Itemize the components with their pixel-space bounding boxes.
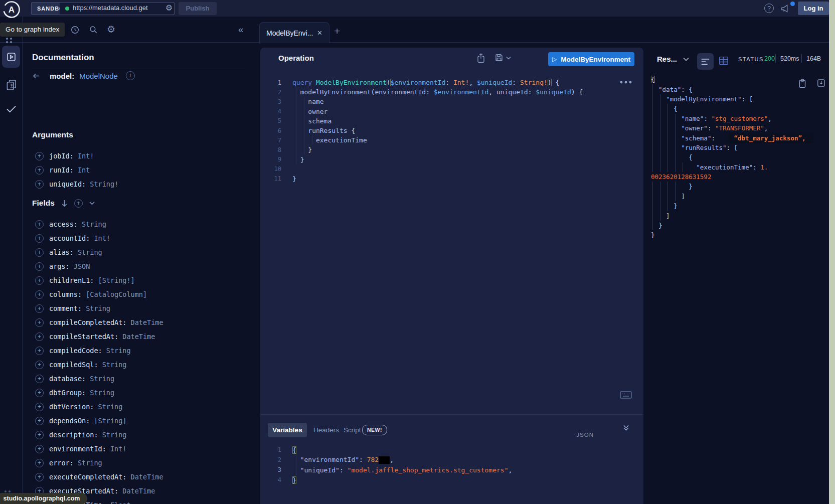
settings-gear-icon[interactable]: ⚙ bbox=[107, 25, 115, 34]
field-name[interactable]: description: bbox=[49, 431, 98, 439]
add-field-button[interactable]: + bbox=[35, 347, 44, 355]
add-field-button[interactable]: + bbox=[35, 445, 44, 453]
field-type[interactable]: [String!] bbox=[94, 276, 134, 284]
operation-editor[interactable]: 1query ModelByEnvironment($environmentId… bbox=[260, 70, 643, 414]
add-field-button[interactable]: + bbox=[35, 417, 44, 425]
field-type[interactable]: String bbox=[98, 361, 127, 369]
field-name[interactable]: jobId: bbox=[49, 152, 74, 160]
field-name[interactable]: error: bbox=[49, 459, 74, 467]
field-name[interactable]: dependsOn: bbox=[49, 417, 90, 425]
back-arrow-icon[interactable] bbox=[32, 72, 41, 80]
add-field-button[interactable]: + bbox=[35, 431, 44, 439]
explorer-nav-button[interactable] bbox=[2, 46, 20, 68]
field-type[interactable]: String bbox=[78, 220, 106, 228]
keyboard-shortcuts-icon[interactable] bbox=[620, 391, 632, 399]
field-type[interactable]: Int! bbox=[74, 152, 94, 160]
field-name[interactable]: args: bbox=[49, 262, 70, 270]
field-type[interactable]: String bbox=[102, 347, 131, 355]
field-name[interactable]: database: bbox=[49, 375, 86, 383]
field-name[interactable]: compileStartedAt: bbox=[49, 332, 118, 341]
format-view-button[interactable] bbox=[697, 53, 714, 70]
response-viewer[interactable]: { "data": { "modelByEnvironment": [ { "n… bbox=[647, 75, 829, 240]
field-type[interactable]: String bbox=[74, 459, 102, 467]
field-name[interactable]: runId: bbox=[49, 166, 74, 174]
search-icon[interactable] bbox=[89, 25, 98, 34]
collapse-panel-icon[interactable]: « bbox=[238, 24, 244, 35]
add-field-button[interactable]: + bbox=[35, 318, 44, 327]
field-name[interactable]: access: bbox=[49, 220, 78, 228]
collapse-variables-icon[interactable] bbox=[622, 424, 630, 431]
apollo-logo[interactable]: A bbox=[3, 1, 21, 19]
save-menu-chevron-icon[interactable] bbox=[506, 56, 511, 60]
publish-button[interactable]: Publish bbox=[179, 2, 217, 15]
save-operation-icon[interactable] bbox=[494, 53, 504, 62]
variables-editor[interactable]: 1{2 "environmentId": 782,3 "uniqueId": "… bbox=[260, 445, 643, 504]
add-field-button[interactable]: + bbox=[35, 152, 44, 160]
editor-options-icon[interactable] bbox=[620, 81, 632, 84]
add-field-button[interactable]: + bbox=[35, 304, 44, 313]
endpoint-url-field[interactable]: https://metadata.cloud.get ⚙ bbox=[60, 2, 175, 15]
add-field-button[interactable]: + bbox=[35, 262, 44, 271]
tab-headers[interactable]: Headers bbox=[313, 423, 339, 437]
run-operation-button[interactable]: ▷ ModelByEnvironment bbox=[548, 52, 634, 66]
field-name[interactable]: comment: bbox=[49, 304, 82, 312]
field-name[interactable]: dbtVersion: bbox=[49, 403, 94, 411]
field-type[interactable]: [CatalogColumn] bbox=[82, 290, 147, 298]
field-name[interactable]: executeCompletedAt: bbox=[49, 473, 126, 481]
field-type[interactable]: Int bbox=[74, 166, 90, 174]
field-name[interactable]: accountId: bbox=[49, 234, 90, 242]
add-field-button[interactable]: + bbox=[35, 361, 44, 369]
checklist-nav-button[interactable] bbox=[6, 104, 17, 114]
tab-label[interactable]: ModelByEnvi... bbox=[266, 29, 314, 37]
field-name[interactable]: childrenL1: bbox=[49, 276, 94, 284]
response-dropdown[interactable]: Res... bbox=[657, 55, 689, 63]
field-name[interactable]: compiledCode: bbox=[49, 347, 102, 355]
field-type[interactable]: DateTime bbox=[118, 487, 155, 495]
add-field-button[interactable]: + bbox=[35, 220, 44, 229]
field-type[interactable]: Int! bbox=[90, 234, 110, 242]
add-field-button[interactable]: + bbox=[35, 459, 44, 467]
field-type[interactable]: String bbox=[82, 304, 110, 312]
new-tab-button[interactable]: + bbox=[334, 25, 340, 37]
field-name[interactable]: compiledSql: bbox=[49, 361, 98, 369]
announcements-icon[interactable] bbox=[780, 4, 790, 14]
add-field-button[interactable]: + bbox=[35, 248, 44, 257]
fields-menu-chevron-icon[interactable] bbox=[89, 201, 95, 205]
table-view-button[interactable] bbox=[719, 56, 729, 65]
field-name[interactable]: uniqueId: bbox=[49, 180, 86, 188]
field-type[interactable]: String bbox=[86, 375, 114, 383]
add-field-button[interactable]: + bbox=[35, 389, 44, 397]
history-icon[interactable] bbox=[70, 25, 80, 35]
field-name[interactable]: columns: bbox=[49, 290, 82, 298]
tab-modelbyenvironment[interactable]: ModelByEnvi... ✕ bbox=[259, 22, 329, 43]
field-type[interactable]: String bbox=[86, 389, 114, 397]
field-type[interactable]: String bbox=[94, 403, 122, 411]
field-name[interactable]: environmentId: bbox=[49, 445, 106, 453]
close-tab-icon[interactable]: ✕ bbox=[317, 29, 322, 37]
field-type[interactable]: DateTime bbox=[126, 473, 163, 481]
add-field-button[interactable]: + bbox=[35, 473, 44, 481]
add-field-button[interactable]: + bbox=[35, 403, 44, 411]
login-button[interactable]: Log in bbox=[798, 2, 829, 15]
add-field-button[interactable]: + bbox=[35, 290, 44, 299]
add-field-button[interactable]: + bbox=[35, 166, 44, 175]
connection-settings-icon[interactable]: ⚙ bbox=[165, 3, 173, 13]
field-type[interactable]: JSON bbox=[70, 262, 90, 270]
field-name[interactable]: compileCompletedAt: bbox=[49, 318, 126, 326]
field-type[interactable]: Float bbox=[106, 501, 131, 504]
field-name[interactable]: alias: bbox=[49, 248, 74, 256]
add-field-button[interactable]: + bbox=[35, 375, 44, 383]
tab-variables[interactable]: Variables bbox=[268, 423, 307, 437]
schema-nav-button[interactable] bbox=[6, 79, 17, 91]
help-icon[interactable]: ? bbox=[764, 4, 774, 13]
field-type[interactable]: String bbox=[74, 248, 102, 256]
field-type[interactable]: Int! bbox=[106, 445, 127, 453]
add-field-button[interactable]: + bbox=[35, 332, 44, 341]
add-model-button[interactable]: + bbox=[126, 71, 135, 80]
field-name[interactable]: dbtGroup: bbox=[49, 389, 86, 397]
tab-script[interactable]: Script bbox=[344, 423, 361, 437]
add-field-button[interactable]: + bbox=[35, 276, 44, 285]
add-field-button[interactable]: + bbox=[35, 234, 44, 243]
sort-fields-icon[interactable] bbox=[61, 200, 68, 207]
model-type-link[interactable]: ModelNode bbox=[79, 72, 118, 80]
